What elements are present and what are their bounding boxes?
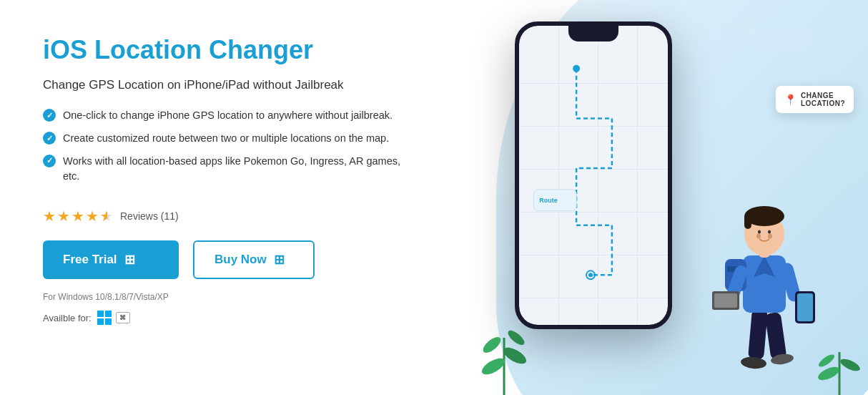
svg-point-25	[758, 230, 761, 234]
svg-point-7	[740, 356, 766, 369]
svg-point-0	[573, 65, 580, 72]
svg-rect-6	[765, 312, 787, 360]
svg-point-23	[756, 234, 761, 239]
buy-now-button[interactable]: Buy Now ⊞	[193, 240, 315, 279]
location-bubble-text: CHANGE LOCATION?	[801, 92, 845, 107]
platform-note: For Windows 10/8.1/8/7/Vista/XP	[43, 292, 415, 302]
available-icons: ⌘	[97, 311, 130, 325]
feature-text-2: Create customized route between two or m…	[63, 131, 389, 147]
features-list: One-click to change iPhone GPS location …	[43, 108, 415, 192]
illustration-container: Route	[443, 0, 868, 395]
buy-now-label: Buy Now	[214, 253, 267, 267]
check-icon	[43, 109, 56, 122]
list-item: Create customized route between two or m…	[43, 131, 415, 147]
location-pin-icon: 📍	[784, 94, 797, 105]
windows-available-icon	[97, 311, 112, 325]
list-item: One-click to change iPhone GPS location …	[43, 108, 415, 124]
star-1: ★	[43, 208, 56, 225]
phone-mockup: Route	[515, 21, 672, 329]
svg-point-24	[768, 234, 772, 239]
star-3: ★	[71, 208, 84, 225]
svg-point-34	[839, 356, 862, 374]
buttons-row: Free Trial ⊞ Buy Now ⊞	[43, 240, 415, 279]
list-item: Works with all location-based apps like …	[43, 154, 415, 185]
windows-icon-buy-now: ⊞	[274, 252, 285, 268]
svg-rect-18	[714, 293, 737, 308]
svg-point-31	[505, 328, 526, 347]
plant-right	[811, 323, 868, 395]
svg-point-33	[817, 364, 842, 383]
check-icon	[43, 132, 56, 145]
feature-text-1: One-click to change iPhone GPS location …	[63, 108, 393, 124]
star-5: ★★	[100, 208, 114, 225]
route-svg: Route	[519, 26, 668, 325]
phone-notch	[568, 26, 618, 42]
feature-text-3: Works with all location-based apps like …	[63, 154, 415, 185]
star-rating: ★ ★ ★ ★ ★★	[43, 208, 114, 225]
svg-point-35	[817, 352, 836, 369]
windows-icon-free-trial: ⊞	[124, 252, 135, 268]
location-bubble-line2: LOCATION?	[801, 99, 845, 107]
star-4: ★	[86, 208, 99, 225]
svg-point-30	[480, 334, 503, 356]
right-content: 📍 CHANGE LOCATION?	[443, 0, 868, 395]
free-trial-button[interactable]: Free Trial ⊞	[43, 240, 179, 279]
reviews-text: Reviews (11)	[120, 210, 179, 222]
svg-rect-5	[748, 308, 768, 360]
available-row: Availble for: ⌘	[43, 311, 415, 325]
check-icon	[43, 155, 56, 167]
rating-row: ★ ★ ★ ★ ★★ Reviews (11)	[43, 208, 415, 225]
mac-available-icon: ⌘	[116, 312, 130, 323]
available-label: Availble for:	[43, 313, 92, 323]
svg-point-26	[768, 230, 771, 234]
free-trial-label: Free Trial	[63, 253, 117, 267]
page-subtitle: Change GPS Location on iPhone/iPad witho…	[43, 78, 415, 92]
left-content: iOS Location Changer Change GPS Location…	[0, 0, 443, 395]
svg-text:Route: Route	[539, 197, 557, 204]
plant-left	[479, 302, 529, 395]
svg-rect-22	[744, 215, 751, 229]
phone-screen: Route	[519, 26, 668, 325]
star-2: ★	[57, 208, 70, 225]
location-bubble-line1: CHANGE	[801, 92, 845, 99]
location-bubble: 📍 CHANGE LOCATION?	[776, 86, 854, 113]
page-wrapper: iOS Location Changer Change GPS Location…	[0, 0, 868, 395]
page-title: iOS Location Changer	[43, 34, 415, 65]
svg-rect-15	[797, 293, 813, 321]
svg-point-2	[588, 273, 593, 277]
